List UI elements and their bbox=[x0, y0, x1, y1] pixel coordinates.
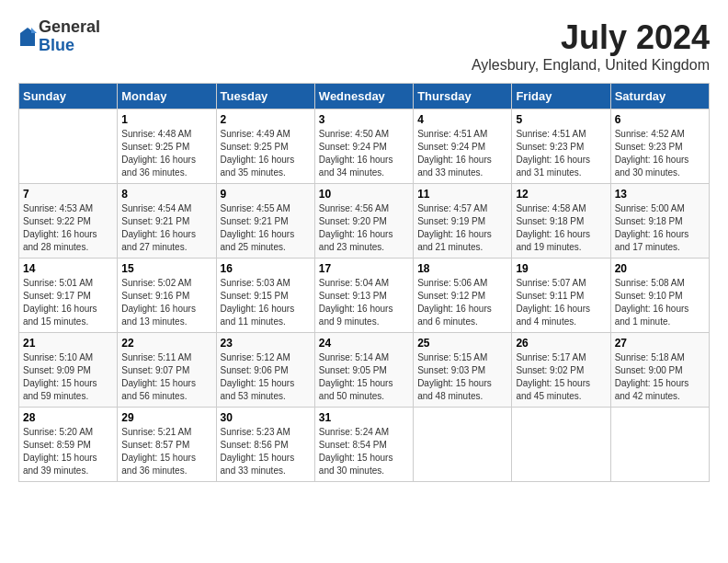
calendar-week-row: 7Sunrise: 4:53 AM Sunset: 9:22 PM Daylig… bbox=[19, 184, 710, 259]
calendar-cell: 4Sunrise: 4:51 AM Sunset: 9:24 PM Daylig… bbox=[414, 109, 512, 184]
calendar-table: SundayMondayTuesdayWednesdayThursdayFrid… bbox=[18, 83, 710, 482]
day-info: Sunrise: 5:11 AM Sunset: 9:07 PM Dayligh… bbox=[121, 351, 211, 403]
calendar-cell: 5Sunrise: 4:51 AM Sunset: 9:23 PM Daylig… bbox=[512, 109, 610, 184]
day-number: 26 bbox=[516, 337, 606, 350]
month-title: July 2024 bbox=[472, 18, 710, 57]
day-info: Sunrise: 4:51 AM Sunset: 9:24 PM Dayligh… bbox=[417, 128, 507, 179]
calendar-cell: 16Sunrise: 5:03 AM Sunset: 9:15 PM Dayli… bbox=[216, 259, 314, 333]
day-info: Sunrise: 5:03 AM Sunset: 9:15 PM Dayligh… bbox=[221, 277, 311, 328]
day-info: Sunrise: 4:51 AM Sunset: 9:23 PM Dayligh… bbox=[516, 128, 606, 179]
day-info: Sunrise: 5:17 AM Sunset: 9:02 PM Dayligh… bbox=[516, 351, 606, 403]
calendar-cell: 2Sunrise: 4:49 AM Sunset: 9:25 PM Daylig… bbox=[216, 109, 314, 184]
day-info: Sunrise: 5:01 AM Sunset: 9:17 PM Dayligh… bbox=[23, 277, 113, 328]
calendar-week-row: 21Sunrise: 5:10 AM Sunset: 9:09 PM Dayli… bbox=[19, 333, 710, 408]
day-number: 9 bbox=[221, 188, 311, 201]
calendar-cell: 8Sunrise: 4:54 AM Sunset: 9:21 PM Daylig… bbox=[118, 184, 216, 259]
calendar-week-row: 1Sunrise: 4:48 AM Sunset: 9:25 PM Daylig… bbox=[19, 109, 710, 184]
day-number: 15 bbox=[121, 262, 211, 275]
day-info: Sunrise: 5:10 AM Sunset: 9:09 PM Dayligh… bbox=[23, 351, 113, 403]
calendar-cell: 20Sunrise: 5:08 AM Sunset: 9:10 PM Dayli… bbox=[610, 259, 709, 333]
day-info: Sunrise: 5:18 AM Sunset: 9:00 PM Dayligh… bbox=[615, 351, 705, 403]
logo-blue-text: Blue bbox=[39, 37, 100, 55]
weekday-header: Wednesday bbox=[314, 84, 413, 109]
day-info: Sunrise: 4:57 AM Sunset: 9:19 PM Dayligh… bbox=[417, 202, 507, 254]
calendar-cell: 27Sunrise: 5:18 AM Sunset: 9:00 PM Dayli… bbox=[610, 333, 709, 408]
svg-marker-1 bbox=[31, 28, 37, 33]
day-info: Sunrise: 5:06 AM Sunset: 9:12 PM Dayligh… bbox=[417, 277, 507, 328]
location-title: Aylesbury, England, United Kingdom bbox=[472, 57, 710, 74]
day-number: 6 bbox=[615, 113, 705, 126]
day-number: 22 bbox=[121, 337, 211, 350]
day-info: Sunrise: 5:08 AM Sunset: 9:10 PM Dayligh… bbox=[615, 277, 705, 328]
calendar-header: SundayMondayTuesdayWednesdayThursdayFrid… bbox=[19, 84, 710, 109]
day-number: 29 bbox=[121, 411, 211, 424]
calendar-cell: 17Sunrise: 5:04 AM Sunset: 9:13 PM Dayli… bbox=[314, 259, 413, 333]
calendar-cell: 31Sunrise: 5:24 AM Sunset: 8:54 PM Dayli… bbox=[314, 408, 413, 482]
day-info: Sunrise: 5:02 AM Sunset: 9:16 PM Dayligh… bbox=[121, 277, 211, 328]
day-info: Sunrise: 5:04 AM Sunset: 9:13 PM Dayligh… bbox=[319, 277, 409, 328]
calendar-body: 1Sunrise: 4:48 AM Sunset: 9:25 PM Daylig… bbox=[19, 109, 710, 482]
day-info: Sunrise: 4:50 AM Sunset: 9:24 PM Dayligh… bbox=[319, 128, 409, 179]
day-number: 2 bbox=[221, 113, 311, 126]
day-number: 23 bbox=[221, 337, 311, 350]
day-number: 20 bbox=[615, 262, 705, 275]
calendar-cell: 25Sunrise: 5:15 AM Sunset: 9:03 PM Dayli… bbox=[414, 333, 512, 408]
day-number: 13 bbox=[615, 188, 705, 201]
weekday-header: Tuesday bbox=[216, 84, 314, 109]
page-header: General Blue July 2024 Aylesbury, Englan… bbox=[18, 18, 710, 74]
day-number: 25 bbox=[417, 337, 507, 350]
weekday-header: Sunday bbox=[19, 84, 118, 109]
day-number: 24 bbox=[319, 337, 409, 350]
day-number: 3 bbox=[319, 113, 409, 126]
title-block: July 2024 Aylesbury, England, United Kin… bbox=[472, 18, 710, 74]
day-info: Sunrise: 4:54 AM Sunset: 9:21 PM Dayligh… bbox=[121, 202, 211, 254]
weekday-header: Saturday bbox=[610, 84, 709, 109]
day-number: 12 bbox=[516, 188, 606, 201]
day-info: Sunrise: 4:49 AM Sunset: 9:25 PM Dayligh… bbox=[221, 128, 311, 179]
day-info: Sunrise: 4:55 AM Sunset: 9:21 PM Dayligh… bbox=[221, 202, 311, 254]
calendar-cell: 14Sunrise: 5:01 AM Sunset: 9:17 PM Dayli… bbox=[19, 259, 118, 333]
calendar-cell: 7Sunrise: 4:53 AM Sunset: 9:22 PM Daylig… bbox=[19, 184, 118, 259]
calendar-cell: 21Sunrise: 5:10 AM Sunset: 9:09 PM Dayli… bbox=[19, 333, 118, 408]
day-info: Sunrise: 5:21 AM Sunset: 8:57 PM Dayligh… bbox=[121, 426, 211, 477]
day-info: Sunrise: 4:52 AM Sunset: 9:23 PM Dayligh… bbox=[615, 128, 705, 179]
calendar-cell: 15Sunrise: 5:02 AM Sunset: 9:16 PM Dayli… bbox=[118, 259, 216, 333]
calendar-cell: 23Sunrise: 5:12 AM Sunset: 9:06 PM Dayli… bbox=[216, 333, 314, 408]
calendar-cell: 6Sunrise: 4:52 AM Sunset: 9:23 PM Daylig… bbox=[610, 109, 709, 184]
day-number: 10 bbox=[319, 188, 409, 201]
weekday-row: SundayMondayTuesdayWednesdayThursdayFrid… bbox=[19, 84, 710, 109]
calendar-cell: 26Sunrise: 5:17 AM Sunset: 9:02 PM Dayli… bbox=[512, 333, 610, 408]
calendar-cell: 9Sunrise: 4:55 AM Sunset: 9:21 PM Daylig… bbox=[216, 184, 314, 259]
day-number: 14 bbox=[23, 262, 113, 275]
day-number: 8 bbox=[121, 188, 211, 201]
calendar-cell: 28Sunrise: 5:20 AM Sunset: 8:59 PM Dayli… bbox=[19, 408, 118, 482]
day-number: 19 bbox=[516, 262, 606, 275]
day-number: 7 bbox=[23, 188, 113, 201]
day-number: 5 bbox=[516, 113, 606, 126]
calendar-cell: 24Sunrise: 5:14 AM Sunset: 9:05 PM Dayli… bbox=[314, 333, 413, 408]
day-info: Sunrise: 4:48 AM Sunset: 9:25 PM Dayligh… bbox=[121, 128, 211, 179]
calendar-cell: 18Sunrise: 5:06 AM Sunset: 9:12 PM Dayli… bbox=[414, 259, 512, 333]
day-number: 16 bbox=[221, 262, 311, 275]
day-info: Sunrise: 5:20 AM Sunset: 8:59 PM Dayligh… bbox=[23, 426, 113, 477]
day-info: Sunrise: 5:15 AM Sunset: 9:03 PM Dayligh… bbox=[417, 351, 507, 403]
calendar-cell: 19Sunrise: 5:07 AM Sunset: 9:11 PM Dayli… bbox=[512, 259, 610, 333]
day-number: 1 bbox=[121, 113, 211, 126]
logo-icon bbox=[18, 26, 37, 48]
day-number: 31 bbox=[319, 411, 409, 424]
calendar-cell: 22Sunrise: 5:11 AM Sunset: 9:07 PM Dayli… bbox=[118, 333, 216, 408]
day-info: Sunrise: 5:07 AM Sunset: 9:11 PM Dayligh… bbox=[516, 277, 606, 328]
calendar-cell: 12Sunrise: 4:58 AM Sunset: 9:18 PM Dayli… bbox=[512, 184, 610, 259]
calendar-cell: 13Sunrise: 5:00 AM Sunset: 9:18 PM Dayli… bbox=[610, 184, 709, 259]
day-info: Sunrise: 5:12 AM Sunset: 9:06 PM Dayligh… bbox=[221, 351, 311, 403]
calendar-cell: 11Sunrise: 4:57 AM Sunset: 9:19 PM Dayli… bbox=[414, 184, 512, 259]
day-number: 4 bbox=[417, 113, 507, 126]
day-number: 17 bbox=[319, 262, 409, 275]
day-info: Sunrise: 4:53 AM Sunset: 9:22 PM Dayligh… bbox=[23, 202, 113, 254]
calendar-cell bbox=[610, 408, 709, 482]
calendar-week-row: 28Sunrise: 5:20 AM Sunset: 8:59 PM Dayli… bbox=[19, 408, 710, 482]
calendar-cell: 3Sunrise: 4:50 AM Sunset: 9:24 PM Daylig… bbox=[314, 109, 413, 184]
weekday-header: Friday bbox=[512, 84, 610, 109]
weekday-header: Thursday bbox=[414, 84, 512, 109]
logo: General Blue bbox=[18, 18, 100, 55]
